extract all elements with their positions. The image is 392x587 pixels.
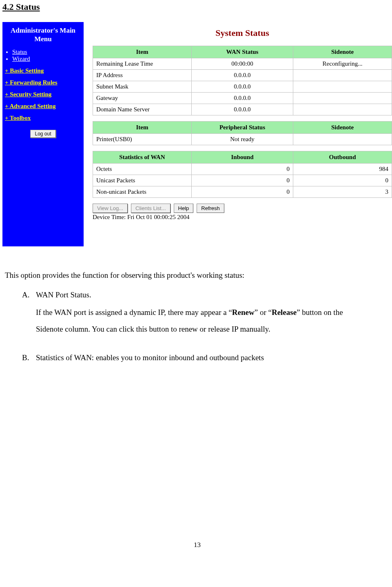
cell-val: 0.0.0.0 [191,104,293,115]
table-row: Gateway 0.0.0.0 [93,93,392,104]
desc-b-text: Statistics of WAN: enables you to monito… [36,350,372,365]
button-row: View Log... Clients List... Help Refresh [93,204,392,213]
sidebar-title-l1: Administrator's Main [11,27,75,34]
cell-item: Remaining Lease Time [93,58,192,70]
table-row: Remaining Lease Time 00:00:00 Reconfigur… [93,58,392,70]
th-sidenote: Sidenote [293,122,392,134]
description-text: This option provides the function for ob… [5,268,372,365]
cell-item: Octets [93,164,192,175]
cell-item: Non-unicast Packets [93,186,192,198]
th-peripheral-status: Peripheral Status [191,122,293,134]
sidebar-link-basic-setting[interactable]: + Basic Setting [5,67,81,74]
sidebar-link-wizard[interactable]: Wizard [12,55,30,62]
cell-in: 0 [191,164,293,175]
desc-b-letter: B. [22,350,36,365]
clients-list-button[interactable]: Clients List... [131,204,170,213]
sidebar-link-status[interactable]: Status [12,49,27,55]
sidebar-link-advanced-setting[interactable]: + Advanced Setting [5,103,81,110]
main-panel: System Status Item WAN Status Sidenote R… [93,22,392,221]
cell-val: 0.0.0.0 [191,70,293,81]
desc-a-letter: A. [22,287,36,303]
table-row: Domain Name Server 0.0.0.0 [93,104,392,115]
cell-val: 0.0.0.0 [191,93,293,104]
cell-val: 0.0.0.0 [191,81,293,93]
wan-status-table: Item WAN Status Sidenote Remaining Lease… [93,46,392,115]
cell-item: Domain Name Server [93,104,192,115]
cell-in: 0 [191,186,293,198]
table-row: Octets 0 984 [93,164,392,175]
sidebar-item-wizard: Wizard [12,55,81,62]
sidebar: Administrator's Main Menu Status Wizard … [2,22,84,246]
logout-button[interactable]: Log out [30,130,55,138]
view-log-button[interactable]: View Log... [93,204,128,213]
cell-val: Not ready [191,134,293,145]
desc-a-release: Release [272,308,297,317]
cell-note [293,104,392,115]
page-number: 13 [2,541,392,557]
admin-interface: Administrator's Main Menu Status Wizard … [2,22,392,246]
table-row: Subnet Mask 0.0.0.0 [93,81,392,93]
cell-note: Reconfiguring... [293,58,392,70]
cell-note [293,93,392,104]
cell-val: 00:00:00 [191,58,293,70]
cell-note [293,81,392,93]
sidebar-link-toolbox[interactable]: + Toolbox [5,115,81,122]
desc-intro: This option provides the function for ob… [5,268,372,283]
cell-out: 984 [293,164,392,175]
table-row: IP Address 0.0.0.0 [93,70,392,81]
cell-item: Gateway [93,93,192,104]
cell-note [293,70,392,81]
device-time: Device Time: Fri Oct 01 00:00:25 2004 [93,214,392,221]
th-item: Item [93,122,192,134]
th-outbound: Outbound [293,151,392,164]
desc-a-text2: ” or “ [255,308,272,317]
system-status-title: System Status [93,28,392,38]
cell-item: Subnet Mask [93,81,192,93]
cell-note [293,134,392,145]
peripheral-status-table: Item Peripheral Status Sidenote Printer(… [93,121,392,145]
th-item: Item [93,46,192,58]
help-button[interactable]: Help [174,204,194,213]
th-statistics: Statistics of WAN [93,151,192,164]
table-row: Non-unicast Packets 0 3 [93,186,392,198]
section-heading: 4.2 Status [2,2,392,12]
cell-in: 0 [191,175,293,186]
sidebar-item-status: Status [12,49,81,55]
sidebar-link-security-setting[interactable]: + Security Setting [5,91,81,98]
refresh-button[interactable]: Refresh [197,204,224,213]
cell-item: Unicast Packets [93,175,192,186]
desc-item-b: B. Statistics of WAN: enables you to mon… [22,350,372,365]
desc-a-body: If the WAN port is assigned a dynamic IP… [36,304,370,338]
cell-item: Printer(USB0) [93,134,192,145]
th-wan-status: WAN Status [191,46,293,58]
table-row: Unicast Packets 0 0 [93,175,392,186]
sidebar-title: Administrator's Main Menu [5,26,81,44]
wan-statistics-table: Statistics of WAN Inbound Outbound Octet… [93,151,392,198]
th-inbound: Inbound [191,151,293,164]
sidebar-title-l2: Menu [34,35,52,43]
desc-a-heading: WAN Port Status. [36,287,372,303]
table-row: Printer(USB0) Not ready [93,134,392,145]
cell-out: 3 [293,186,392,198]
desc-a-renew: Renew [232,308,255,317]
th-sidenote: Sidenote [293,46,392,58]
sidebar-link-forwarding-rules[interactable]: + Forwarding Rules [5,79,81,86]
cell-out: 0 [293,175,392,186]
desc-a-text1: If the WAN port is assigned a dynamic IP… [36,308,232,317]
desc-item-a: A. WAN Port Status. [22,287,372,303]
cell-item: IP Address [93,70,192,81]
